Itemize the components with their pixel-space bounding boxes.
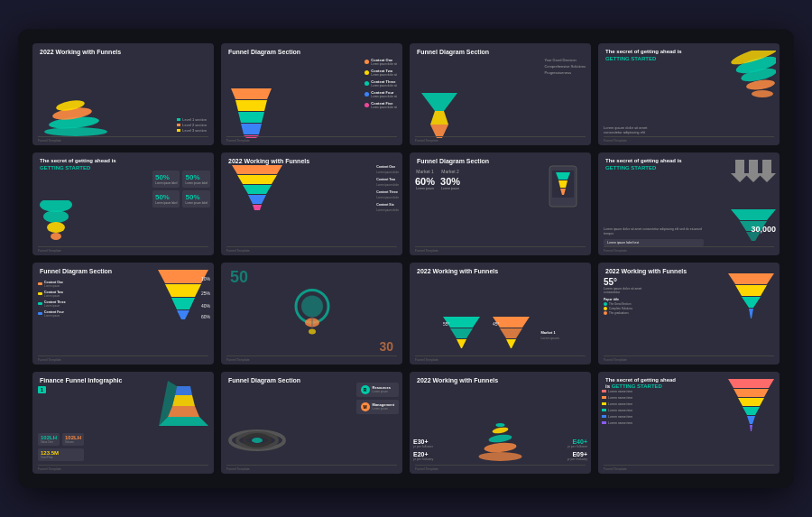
slides-grid: 2022 Working with Funnels Level 1 sectio…: [32, 43, 780, 473]
slide-16-title: The secret of getting ahead is GETTING S…: [605, 377, 680, 390]
spiral-4-svg: [726, 51, 776, 100]
svg-marker-61: [749, 309, 753, 319]
svg-marker-23: [243, 185, 272, 194]
svg-marker-6: [238, 112, 264, 123]
svg-marker-4: [231, 88, 272, 99]
slide-13-footer: Funnel Template: [38, 465, 208, 471]
slide-5-title: The secret of getting ahead is GETTING S…: [40, 158, 140, 171]
slide-9-title: Funnel Diagram Section: [40, 268, 207, 275]
svg-point-18: [43, 210, 69, 223]
funnel-3-svg: [417, 93, 462, 138]
svg-text:25%: 25%: [201, 291, 210, 296]
funnel-11a-svg: 55°: [441, 317, 482, 357]
svg-point-71: [478, 452, 521, 461]
slide-7[interactable]: Funnel Diagram Section Market 1 60% Lore…: [410, 152, 591, 254]
slide-4-footer: Funnel Template: [604, 136, 774, 143]
svg-marker-60: [742, 297, 761, 308]
spiral-svg: [40, 97, 112, 138]
slide-2-title: Funnel Diagram Section: [228, 49, 395, 56]
funnel-11b-svg: 45°: [491, 317, 531, 357]
svg-marker-5: [235, 100, 267, 111]
slide-6[interactable]: 2022 Working with Funnels Content One Lo…: [221, 152, 402, 254]
funnel-13-svg: [159, 381, 208, 430]
svg-point-48: [309, 329, 316, 335]
slide-12-title: 2022 Working with Funnels: [605, 268, 772, 275]
svg-point-46: [301, 296, 323, 318]
svg-text:60%: 60%: [201, 314, 210, 319]
svg-point-75: [495, 423, 504, 427]
svg-marker-64: [172, 395, 195, 406]
slide-2[interactable]: Funnel Diagram Section Content OneLorem …: [221, 43, 402, 145]
slide-14[interactable]: Funnel Diagram Section R ResourcesLorem …: [221, 372, 402, 474]
funnel-2-svg: [226, 88, 276, 138]
svg-marker-81: [750, 425, 752, 431]
svg-marker-76: [728, 379, 774, 388]
svg-marker-34: [731, 209, 776, 220]
slide-1-title: 2022 Working with Funnels: [40, 49, 207, 56]
slide-10-footer: Funnel Template: [226, 355, 397, 362]
svg-marker-77: [734, 389, 769, 397]
slide-3-footer: Funnel Template: [415, 136, 586, 143]
slide-1[interactable]: 2022 Working with Funnels Level 1 sectio…: [32, 43, 214, 145]
slide-13-title: Finance Funnel Infographic: [40, 377, 207, 384]
slide-6-footer: Funnel Template: [226, 246, 397, 253]
funnel-9-svg: 10% 25% 40% 60%: [156, 270, 210, 324]
svg-marker-65: [175, 386, 192, 395]
svg-marker-43: [177, 310, 189, 319]
slide-15-footer: Funnel Template: [415, 465, 586, 471]
svg-marker-33: [758, 160, 776, 182]
svg-text:45°: 45°: [493, 321, 500, 327]
funnel-14-svg: [228, 418, 287, 463]
svg-text:40%: 40%: [201, 303, 210, 309]
svg-marker-55: [500, 328, 522, 338]
svg-marker-7: [241, 124, 262, 134]
svg-marker-80: [747, 416, 755, 424]
phone-7-svg: [540, 162, 586, 211]
number-30000: 30,000: [751, 225, 776, 234]
svg-point-70: [252, 438, 263, 443]
main-container: 2022 Working with Funnels Level 1 sectio…: [18, 29, 794, 487]
slide-3[interactable]: Funnel Diagram Section Your Good Decisio…: [410, 43, 591, 145]
slide-3-title: Funnel Diagram Section: [417, 49, 584, 56]
slide-15[interactable]: 2022 Working with Funnels E30+ yr per fo…: [410, 372, 591, 474]
svg-point-20: [51, 233, 61, 240]
svg-text:10%: 10%: [201, 276, 210, 282]
funnel-16-svg: [726, 379, 776, 433]
svg-marker-59: [735, 285, 767, 296]
slide-9[interactable]: Funnel Diagram Section 10% 25% 40% 60% C…: [32, 263, 214, 365]
svg-point-19: [47, 222, 65, 233]
svg-marker-79: [743, 407, 760, 415]
slide-10[interactable]: 50 30 Funnel Template: [221, 263, 402, 365]
svg-marker-22: [237, 175, 277, 184]
svg-marker-10: [430, 111, 448, 125]
svg-marker-39: [165, 284, 201, 297]
svg-marker-9: [421, 93, 457, 111]
funnel-5-svg: [38, 200, 74, 241]
svg-point-12: [752, 90, 773, 97]
svg-marker-51: [450, 328, 473, 338]
number-30: 30: [379, 339, 393, 354]
slide-13[interactable]: Finance Funnel Infographic 102LHValue On…: [32, 372, 214, 474]
slide-5[interactable]: The secret of getting ahead is GETTING S…: [32, 152, 214, 254]
slide-8-title: The secret of getting ahead is GETTING S…: [605, 158, 697, 171]
slide-8[interactable]: The secret of getting ahead is GETTING S…: [598, 152, 780, 254]
svg-point-73: [488, 433, 512, 444]
svg-marker-25: [253, 205, 262, 210]
slide-11-footer: Funnel Template: [415, 355, 586, 362]
slide-12-footer: Funnel Template: [604, 355, 774, 362]
slide-14-title: Funnel Diagram Section: [228, 377, 395, 384]
slide-6-title: 2022 Working with Funnels: [228, 158, 395, 165]
slide-1-footer: Funnel Template: [38, 136, 208, 143]
slide-4[interactable]: The secret of getting ahead is GETTING S…: [598, 43, 780, 145]
slide-16[interactable]: The secret of getting ahead is GETTING S…: [598, 372, 780, 474]
abstract-funnel-svg: [281, 289, 344, 338]
slide-14-footer: Funnel Template: [226, 465, 397, 471]
number-50: 50: [230, 268, 248, 287]
funnel-12-svg: [726, 273, 776, 319]
slide-12[interactable]: 2022 Working with Funnels 55° Lorem ipsu…: [598, 263, 780, 365]
slide-11[interactable]: 2022 Working with Funnels 55°: [410, 263, 591, 365]
svg-point-0: [44, 127, 107, 136]
slide-8-footer: Funnel Template: [604, 246, 774, 253]
slide-15-title: 2022 Working with Funnels: [417, 377, 584, 384]
svg-marker-32: [744, 160, 762, 182]
